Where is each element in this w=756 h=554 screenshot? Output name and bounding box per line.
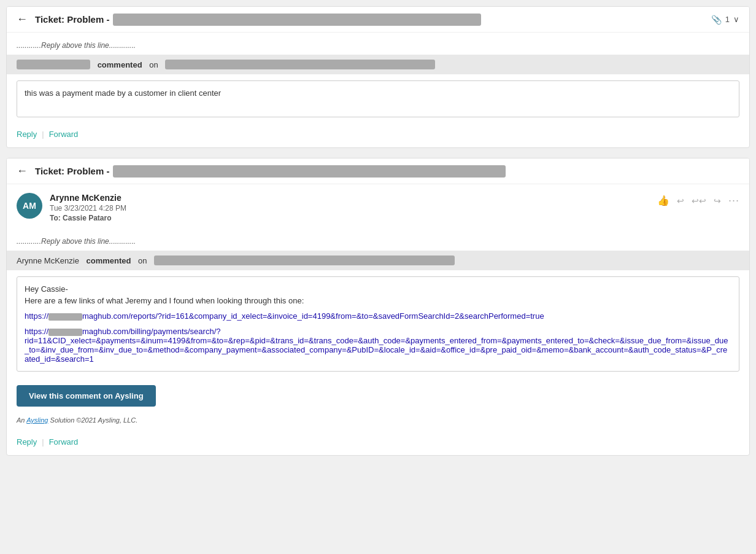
link1-redacted — [48, 313, 82, 321]
avatar: AM — [17, 193, 42, 219]
back-button-1[interactable]: ← — [17, 13, 28, 26]
link2-container: https://maghub.com/billing/payments/sear… — [25, 327, 731, 364]
ticket-title-2: Ticket: Problem - — [35, 165, 506, 178]
commented-label-1: commented — [98, 60, 142, 69]
like-button[interactable]: 👍 — [657, 195, 669, 206]
sender-date: Tue 3/23/2021 4:28 PM — [50, 204, 126, 213]
link2: https://maghub.com/billing/payments/sear… — [25, 327, 220, 336]
intro: Here are a few links of what Jeremy and … — [25, 296, 731, 305]
email-header-2: ← Ticket: Problem - — [7, 158, 749, 184]
link2-redacted — [48, 329, 82, 336]
to-name: Cassie Pataro — [63, 214, 111, 222]
attachment-icon-1: 📎 — [711, 15, 722, 25]
reply-button-icon[interactable]: ↩ — [677, 196, 684, 206]
to-label: To: — [50, 214, 61, 222]
sender-row: AM Arynne McKenzie Tue 3/23/2021 4:28 PM… — [7, 184, 749, 228]
forward-link-1[interactable]: Forward — [49, 130, 79, 139]
commented-label-2: commented — [87, 256, 131, 265]
reply-link-1[interactable]: Reply — [17, 130, 37, 139]
forward-button-icon[interactable]: ↪ — [714, 196, 721, 206]
more-button[interactable]: ··· — [728, 194, 739, 207]
view-comment-button[interactable]: View this comment on Aysling — [17, 385, 156, 407]
action-links-2: Reply | Forward — [7, 431, 749, 455]
sender-info: Arynne McKenzie Tue 3/23/2021 4:28 PM To… — [50, 193, 126, 222]
aysling-link[interactable]: Aysling — [26, 416, 48, 424]
comment-content-2: Hey Cassie- Here are a few links of what… — [17, 276, 739, 372]
link2-params: rid=11&CID_xelect=&payments=&inum=4199&f… — [25, 336, 731, 364]
reply-all-button[interactable]: ↩↩ — [692, 196, 706, 206]
email-header-1: ← Ticket: Problem - 📎 1 ∨ — [7, 7, 749, 33]
reply-line-1: ............Reply above this line.......… — [7, 33, 749, 55]
on-redacted-1 — [165, 60, 435, 69]
commenter-name-2: Arynne McKenzie — [17, 256, 79, 265]
ticket-title-prefix-2: Ticket: Problem - — [35, 166, 109, 176]
sender-to: To: Cassie Pataro — [50, 214, 126, 222]
action-links-1: Reply | Forward — [7, 123, 749, 147]
action-separator-1: | — [42, 130, 44, 139]
action-separator-2: | — [42, 437, 44, 447]
header-left-1: ← Ticket: Problem - — [17, 13, 481, 26]
forward-link-2[interactable]: Forward — [49, 437, 79, 447]
reply-line-2: ............Reply above this line.......… — [7, 228, 749, 251]
greeting: Hey Cassie- — [25, 284, 731, 294]
email-body-2: AM Arynne McKenzie Tue 3/23/2021 4:28 PM… — [7, 184, 749, 455]
ticket-title-redacted-2 — [113, 165, 506, 178]
sender-name: Arynne McKenzie — [50, 193, 126, 203]
ticket-title-1: Ticket: Problem - — [35, 14, 481, 26]
header-right-1: 📎 1 ∨ — [711, 15, 739, 25]
ticket-title-redacted-1 — [113, 14, 481, 26]
link2-suffix: maghub.com/billing/payments/search/? — [82, 327, 220, 336]
chevron-down-icon-1: ∨ — [733, 15, 739, 24]
email-body-1: ............Reply above this line.......… — [7, 33, 749, 147]
comment-text-1: this was a payment made by a customer in… — [25, 88, 221, 98]
on-redacted-2 — [154, 256, 455, 265]
reply-link-2[interactable]: Reply — [17, 437, 37, 447]
back-button-2[interactable]: ← — [17, 165, 28, 178]
on-label-2: on — [138, 256, 147, 265]
view-btn-area: View this comment on Aysling — [7, 378, 749, 414]
footer-prefix: An — [17, 416, 25, 424]
email-panel-2: ← Ticket: Problem - AM Arynne McKenzie T… — [6, 158, 750, 456]
sender-left: AM Arynne McKenzie Tue 3/23/2021 4:28 PM… — [17, 193, 126, 222]
aysling-footer: An Aysling Solution ©2021 Aysling, LLC. — [7, 414, 749, 431]
link1-suffix: maghub.com/reports/?rid=161&company_id_x… — [82, 311, 544, 321]
footer-suffix: Solution ©2021 Aysling, LLC. — [50, 416, 138, 424]
link1: https://maghub.com/reports/?rid=161&comp… — [25, 311, 544, 321]
comment-content-1: this was a payment made by a customer in… — [17, 80, 739, 117]
commented-bar-2: Arynne McKenzie commented on — [7, 251, 749, 270]
link1-container: https://maghub.com/reports/?rid=161&comp… — [25, 311, 731, 321]
ticket-title-prefix-1: Ticket: Problem - — [35, 14, 109, 25]
email-actions: 👍 ↩ ↩↩ ↪ ··· — [657, 193, 739, 207]
header-left-2: ← Ticket: Problem - — [17, 165, 506, 178]
footer-brand: Aysling — [26, 416, 48, 424]
count-label-1: 1 — [725, 15, 730, 24]
commenter-redacted-1 — [17, 60, 90, 69]
email-panel-1: ← Ticket: Problem - 📎 1 ∨ ............Re… — [6, 6, 750, 148]
commented-bar-1: commented on — [7, 55, 749, 74]
on-label-1: on — [149, 60, 158, 69]
avatar-initials: AM — [23, 201, 36, 211]
